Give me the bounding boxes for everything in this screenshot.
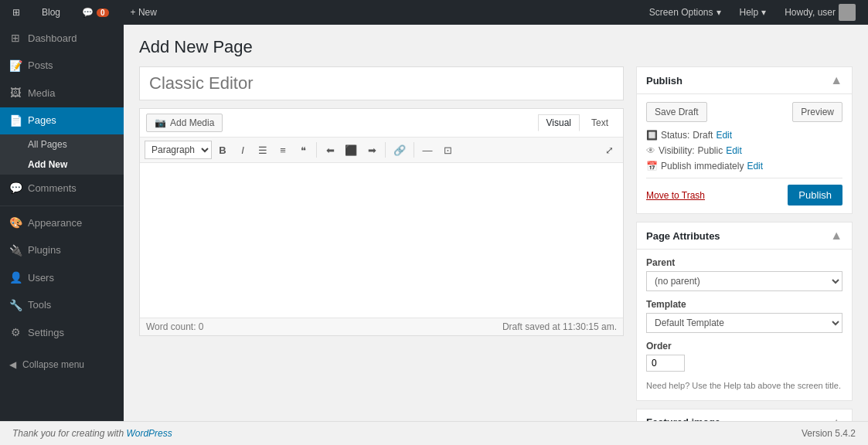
fullscreen-button[interactable]: ⤢ bbox=[600, 141, 618, 159]
sidebar-item-label: Plugins bbox=[28, 243, 61, 257]
word-count: Word count: 0 bbox=[146, 321, 204, 332]
add-media-button[interactable]: 📷 Add Media bbox=[146, 114, 223, 132]
sidebar-item-appearance[interactable]: 🎨 Appearance bbox=[0, 209, 124, 237]
draft-saved-text: Draft saved at 11:30:15 am. bbox=[502, 321, 617, 332]
blockquote-button[interactable]: ❝ bbox=[294, 141, 312, 159]
parent-select[interactable]: (no parent) bbox=[646, 271, 842, 291]
sidebar-item-label: Settings bbox=[28, 326, 64, 340]
sidebar-item-plugins[interactable]: 🔌 Plugins bbox=[0, 237, 124, 265]
screen-options-arrow: ▾ bbox=[717, 7, 721, 18]
new-link[interactable]: + New bbox=[124, 0, 163, 25]
tab-visual[interactable]: Visual bbox=[538, 114, 580, 131]
blockquote-icon: ❝ bbox=[301, 144, 306, 156]
page-attributes-box: Page Attributes ▲ Parent (no parent) Tem… bbox=[636, 222, 853, 401]
footer-version: Version 5.4.2 bbox=[802, 428, 856, 439]
publish-box-title: Publish bbox=[646, 75, 682, 87]
publish-footer: Move to Trash Publish bbox=[646, 178, 842, 206]
publish-box-header[interactable]: Publish ▲ bbox=[637, 67, 852, 94]
publish-time-edit-link[interactable]: Edit bbox=[747, 161, 763, 172]
dashboard-icon: ⊞ bbox=[9, 31, 22, 46]
wp-icon: ⊞ bbox=[12, 7, 20, 18]
unordered-list-button[interactable]: ☰ bbox=[254, 141, 272, 159]
wp-logo[interactable]: ⊞ bbox=[6, 0, 26, 25]
toolbar-sep-3 bbox=[414, 142, 414, 158]
collapse-menu-item[interactable]: ◀ Collapse menu bbox=[0, 353, 124, 376]
page-attributes-toggle: ▲ bbox=[830, 229, 842, 243]
sidebar-item-media[interactable]: 🖼 Media bbox=[0, 80, 124, 107]
paragraph-select[interactable]: Paragraph bbox=[145, 141, 212, 159]
publish-actions: Save Draft Preview bbox=[646, 102, 842, 122]
sidebar-item-posts[interactable]: 📝 Posts bbox=[0, 53, 124, 80]
template-label: Template bbox=[646, 299, 842, 310]
bold-button[interactable]: B bbox=[213, 141, 232, 159]
screen-options-btn[interactable]: Screen Options ▾ bbox=[643, 0, 727, 25]
wordpress-link[interactable]: WordPress bbox=[126, 428, 172, 439]
sidebar-item-comments[interactable]: 💬 Comments bbox=[0, 175, 124, 202]
help-btn[interactable]: Help ▾ bbox=[734, 0, 773, 25]
add-media-label: Add Media bbox=[170, 117, 214, 128]
sidebar-item-label: Comments bbox=[28, 182, 77, 195]
pages-icon: 📄 bbox=[9, 114, 22, 129]
tab-text[interactable]: Text bbox=[583, 114, 617, 131]
sidebar-item-tools[interactable]: 🔧 Tools bbox=[0, 292, 124, 320]
link-button[interactable]: 🔗 bbox=[390, 141, 410, 159]
ul-icon: ☰ bbox=[258, 144, 267, 156]
visibility-edit-link[interactable]: Edit bbox=[726, 145, 742, 156]
menu-divider bbox=[0, 206, 124, 206]
sidebar-item-pages[interactable]: 📄 Pages bbox=[0, 107, 124, 135]
kitchen-sink-icon: ⊡ bbox=[444, 144, 452, 156]
editor-toolbar: Paragraph B I ☰ ≡ ❝ bbox=[140, 138, 623, 163]
kitchen-sink-button[interactable]: ⊡ bbox=[438, 141, 457, 159]
editor-content[interactable] bbox=[140, 163, 623, 318]
more-button[interactable]: — bbox=[418, 141, 437, 159]
screen-options-label: Screen Options bbox=[649, 7, 713, 18]
comments-menu-icon: 💬 bbox=[9, 181, 22, 196]
align-right-button[interactable]: ➡ bbox=[363, 141, 381, 159]
editor-sidebar: Publish ▲ Save Draft Preview bbox=[636, 66, 853, 445]
blog-link[interactable]: Blog bbox=[36, 0, 66, 25]
order-input[interactable] bbox=[646, 355, 685, 372]
preview-button[interactable]: Preview bbox=[792, 102, 842, 122]
comments-link[interactable]: 💬 0 bbox=[76, 0, 115, 25]
publish-status: 🔲 Status: Draft Edit bbox=[646, 130, 842, 141]
collapse-label: Collapse menu bbox=[22, 359, 84, 370]
sidebar-item-users[interactable]: 👤 Users bbox=[0, 264, 124, 292]
ol-icon: ≡ bbox=[280, 144, 286, 156]
sidebar-item-label: Tools bbox=[28, 298, 51, 312]
publish-box-content: Save Draft Preview 🔲 Status: Draft Edit bbox=[637, 94, 852, 213]
main-content: Add New Page 📷 Add Media Visual bbox=[124, 25, 868, 445]
add-media-bar: 📷 Add Media Visual Text bbox=[140, 109, 623, 138]
howdy-text: Howdy, user bbox=[785, 7, 836, 18]
move-to-trash-button[interactable]: Move to Trash bbox=[646, 190, 705, 201]
editor-box: 📷 Add Media Visual Text bbox=[139, 108, 624, 336]
ordered-list-button[interactable]: ≡ bbox=[274, 141, 292, 159]
sidebar-item-add-new[interactable]: Add New bbox=[0, 155, 124, 175]
align-right-icon: ➡ bbox=[368, 144, 376, 156]
comments-count: 0 bbox=[97, 8, 109, 17]
sidebar-item-label: Dashboard bbox=[28, 32, 77, 46]
link-icon: 🔗 bbox=[393, 144, 406, 156]
editor-container: 📷 Add Media Visual Text bbox=[139, 66, 853, 445]
sidebar-item-dashboard[interactable]: ⊞ Dashboard bbox=[0, 25, 124, 53]
sidebar-item-settings[interactable]: ⚙ Settings bbox=[0, 319, 124, 347]
italic-button[interactable]: I bbox=[233, 141, 252, 159]
editor-statusbar: Word count: 0 Draft saved at 11:30:15 am… bbox=[140, 318, 623, 335]
sidebar-item-all-pages[interactable]: All Pages bbox=[0, 134, 124, 155]
post-title-input[interactable] bbox=[139, 66, 624, 100]
publish-button[interactable]: Publish bbox=[788, 185, 842, 206]
save-draft-button[interactable]: Save Draft bbox=[646, 102, 707, 122]
calendar-icon: 📅 bbox=[646, 161, 658, 172]
align-center-button[interactable]: ⬛ bbox=[341, 141, 361, 159]
parent-label: Parent bbox=[646, 257, 842, 268]
page-attributes-header[interactable]: Page Attributes ▲ bbox=[637, 222, 852, 250]
order-label: Order bbox=[646, 341, 842, 352]
new-label: + New bbox=[131, 7, 157, 18]
status-edit-link[interactable]: Edit bbox=[716, 130, 732, 141]
sidebar-item-label: Pages bbox=[28, 114, 56, 127]
sidebar-item-label: Posts bbox=[28, 59, 53, 73]
howdy-menu[interactable]: Howdy, user bbox=[778, 0, 862, 25]
pages-submenu: All Pages Add New bbox=[0, 134, 124, 175]
align-left-button[interactable]: ⬅ bbox=[321, 141, 339, 159]
template-select[interactable]: Default Template bbox=[646, 313, 842, 333]
editor-tabs: Visual Text bbox=[538, 114, 617, 131]
